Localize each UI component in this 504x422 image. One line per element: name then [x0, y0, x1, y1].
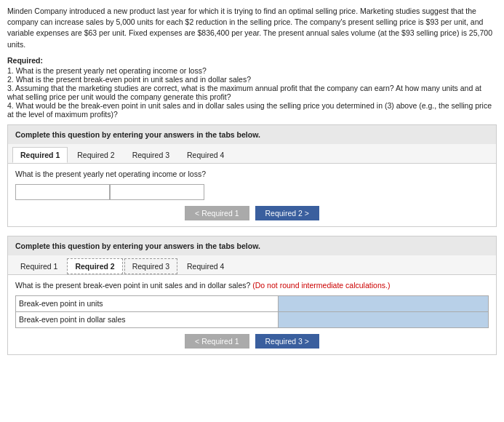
tab-required4-card2[interactable]: Required 4 [179, 258, 232, 274]
card1-input-left-field[interactable] [16, 185, 109, 199]
table-row-units: Break-even point in units [16, 295, 489, 311]
row-input-dollar[interactable] [279, 311, 489, 327]
tab-required1-card1[interactable]: Required 1 [12, 147, 68, 163]
card1-input-area [15, 184, 489, 200]
card1-nav: < Required 1 Required 2 > [15, 206, 489, 220]
card1-instruction: Complete this question by entering your … [8, 125, 496, 144]
required-item-4: 4. What would be the break-even point in… [7, 101, 497, 119]
card2-prev-button[interactable]: < Required 1 [185, 334, 249, 349]
card2-instruction: Complete this question by entering your … [8, 236, 496, 255]
card1-input-left[interactable] [15, 184, 110, 200]
answer-table: Break-even point in units Break-even poi… [15, 295, 489, 328]
tab-required3-card2[interactable]: Required 3 [124, 258, 177, 274]
tab-required3-card1[interactable]: Required 3 [124, 147, 177, 163]
card1-prev-button[interactable]: < Required 1 [185, 206, 249, 220]
card2-next-button[interactable]: Required 3 > [255, 334, 319, 349]
card2-tabs: Required 1 Required 2 Required 3 Require… [8, 255, 496, 275]
required-list: 1. What is the present yearly net operat… [7, 66, 497, 119]
card1-question: What is the present yearly net operating… [15, 170, 489, 178]
card2-body: What is the present break-even point in … [8, 275, 496, 354]
card2-question: What is the present break-even point in … [15, 281, 489, 290]
row-label-dollar: Break-even point in dollar sales [16, 311, 279, 327]
table-row-dollar: Break-even point in dollar sales [16, 311, 489, 327]
required-item-1: 1. What is the present yearly net operat… [7, 66, 497, 75]
dollar-input[interactable] [281, 314, 485, 326]
required-section: Required: 1. What is the present yearly … [7, 56, 497, 119]
card1-next-button[interactable]: Required 2 > [255, 206, 319, 220]
units-input[interactable] [281, 298, 485, 310]
card1-input-right[interactable] [110, 184, 204, 200]
required-item-3: 3. Assuming that the marketing studies a… [7, 84, 497, 101]
card1-body: What is the present yearly net operating… [8, 164, 496, 226]
required-item-2: 2. What is the present break-even point … [7, 75, 497, 84]
tab-required2-card1[interactable]: Required 2 [69, 147, 122, 163]
required-heading: Required: [7, 56, 497, 65]
card1-tabs: Required 1 Required 2 Required 3 Require… [8, 144, 496, 164]
card2-note: (Do not round intermediate calculations.… [252, 281, 390, 290]
card2: Complete this question by entering your … [7, 236, 497, 355]
tab-required4-card1[interactable]: Required 4 [179, 147, 232, 163]
row-label-units: Break-even point in units [16, 295, 279, 311]
row-input-units[interactable] [279, 295, 489, 311]
intro-text: Minden Company introduced a new product … [7, 6, 497, 50]
card2-nav: < Required 1 Required 3 > [15, 334, 489, 349]
tab-required1-card2[interactable]: Required 1 [12, 258, 65, 274]
card1-input-right-field[interactable] [111, 185, 204, 199]
card1: Complete this question by entering your … [7, 124, 497, 227]
tab-required2-card2[interactable]: Required 2 [67, 258, 122, 274]
